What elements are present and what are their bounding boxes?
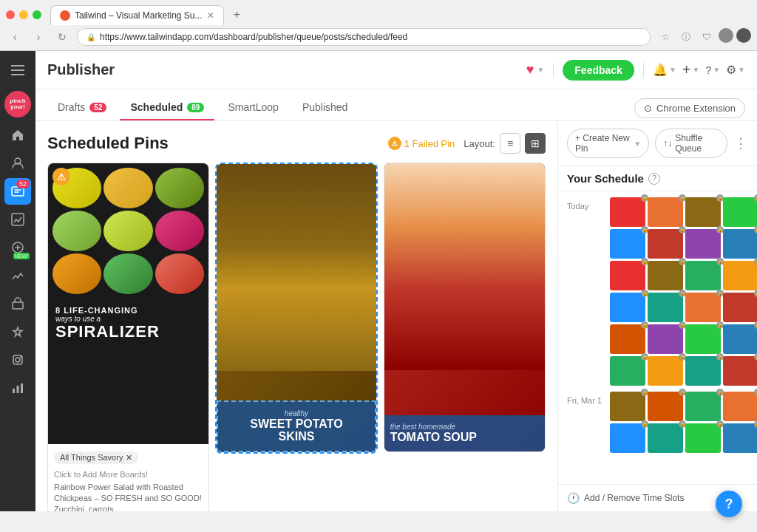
pin-card-tomato[interactable]: the best homemade TOMATO SOUP <box>384 163 546 452</box>
sched-pin-4[interactable]: 🔒 <box>723 197 757 227</box>
fri-pin-8[interactable]: 🔒 <box>723 423 757 453</box>
sidebar-item-analytics[interactable] <box>4 206 31 233</box>
forward-button[interactable]: › <box>30 28 47 46</box>
sched-pin-15[interactable]: 🔒 <box>685 293 721 322</box>
board-tag[interactable]: All Things Savory ✕ <box>54 451 138 464</box>
fri-pin-1[interactable]: 🔒 <box>610 392 645 421</box>
sched-thumb-13 <box>610 293 645 322</box>
sched-thumb-9 <box>610 261 645 290</box>
settings-dropdown-icon: ▼ <box>738 66 745 74</box>
more-options-button[interactable]: ⋮ <box>733 134 748 152</box>
sched-pin-12[interactable]: 🔒 <box>723 261 757 290</box>
sched-pin-10[interactable]: 🔒 <box>648 261 683 290</box>
fri-pin-4[interactable]: 🔒 <box>723 392 757 421</box>
sched-pin-16[interactable]: 🔒 <box>723 293 757 322</box>
sched-pin-20[interactable]: 🔒 <box>723 324 757 354</box>
sched-pin-7[interactable]: 🔒 <box>685 229 721 259</box>
close-tab-icon[interactable]: ✕ <box>207 10 214 21</box>
sched-pin-19[interactable]: 🔒 <box>685 324 721 354</box>
fri-pin-3[interactable]: 🔒 <box>685 392 721 421</box>
browser-tab[interactable]: Tailwind – Visual Marketing Su... ✕ <box>50 5 224 25</box>
sched-pin-21[interactable]: 🔒 <box>610 356 645 386</box>
reload-button[interactable]: ↻ <box>53 28 71 46</box>
sched-pin-11[interactable]: 🔒 <box>685 261 721 290</box>
close-window-button[interactable] <box>6 10 15 19</box>
create-pin-button[interactable]: + Create New Pin ▼ <box>567 129 649 158</box>
sidebar-item-store[interactable] <box>4 290 31 317</box>
fri-pin-6[interactable]: 🔒 <box>648 423 683 453</box>
notifications-button[interactable]: 🔔 ▼ <box>653 63 676 77</box>
sched-pin-13[interactable]: 🔒 <box>610 293 645 322</box>
heart-button[interactable]: ♥ ▼ <box>526 62 545 78</box>
hamburger-menu-button[interactable] <box>4 57 31 83</box>
tab-drafts[interactable]: Drafts 52 <box>47 95 117 120</box>
info-icon[interactable]: ⓘ <box>677 28 695 46</box>
sched-pin-8[interactable]: 🔒 <box>723 229 757 259</box>
tab-published[interactable]: Published <box>292 95 359 120</box>
schedule-scroll[interactable]: Today 🔒 🔒 <box>558 191 757 484</box>
sched-pin-3[interactable]: 🔒 <box>685 197 721 227</box>
chrome-extension-button[interactable]: ⊙ Chrome Extension <box>634 98 745 118</box>
lock-icon-f8: 🔒 <box>754 420 757 428</box>
profile-icon[interactable] <box>736 28 751 43</box>
lock-icon-12: 🔒 <box>754 258 757 265</box>
fri-pin-7[interactable]: 🔒 <box>685 423 721 453</box>
sidebar-item-instagram[interactable] <box>4 347 31 373</box>
add-content-button[interactable]: + ▼ <box>682 61 700 78</box>
sidebar-item-users[interactable] <box>4 150 31 177</box>
scheduled-badge: 89 <box>187 103 204 112</box>
sched-pin-9[interactable]: 🔒 <box>610 261 645 290</box>
sched-pin-24[interactable]: 🔒 <box>723 356 757 386</box>
shuffle-queue-button[interactable]: ↑↓ Shuffle Queue <box>655 129 727 158</box>
sched-pin-1[interactable]: 🔒 <box>610 197 645 227</box>
remove-board-icon[interactable]: ✕ <box>126 453 132 463</box>
sched-pin-17[interactable]: 🔒 <box>610 324 645 354</box>
grid-layout-button[interactable]: ⊞ <box>525 133 546 154</box>
sidebar-item-stats[interactable] <box>4 262 31 289</box>
list-layout-button[interactable]: ≡ <box>500 133 520 154</box>
sidebar-item-charts[interactable] <box>4 375 31 401</box>
back-button[interactable]: ‹ <box>6 28 24 46</box>
schedule-help-icon[interactable]: ? <box>648 173 660 185</box>
schedule-today-section: Today 🔒 🔒 <box>567 197 748 386</box>
sched-pin-22[interactable]: 🔒 <box>648 356 683 386</box>
minimize-window-button[interactable] <box>19 10 28 19</box>
bookmark-icon[interactable]: ☆ <box>656 28 674 46</box>
sched-thumb-3 <box>685 197 721 227</box>
sidebar-item-publisher[interactable]: 52 <box>4 178 31 205</box>
lock-icon-8: 🔒 <box>754 226 757 233</box>
sched-pin-2[interactable]: 🔒 <box>648 197 683 227</box>
schedule-day-fri: Fri, Mar 1 🔒 🔒 <box>567 392 748 453</box>
help-bubble-button[interactable]: ? <box>716 491 742 517</box>
feedback-button[interactable]: Feedback <box>563 60 634 81</box>
add-boards-button[interactable]: Click to Add More Boards! <box>54 470 203 479</box>
new-tab-button[interactable]: + <box>227 4 248 25</box>
sched-pin-23[interactable]: 🔒 <box>685 356 721 386</box>
sidebar-item-home[interactable] <box>4 122 31 149</box>
sched-pin-18[interactable]: 🔒 <box>648 324 683 354</box>
spir-img-6 <box>155 211 204 251</box>
sidebar-item-favorites[interactable] <box>4 318 31 345</box>
pin-card-sweet-potato[interactable]: healthy SWEET POTATOSKINS <box>215 163 377 454</box>
pin-card-spiralizer[interactable]: ⚠ <box>47 163 209 511</box>
url-bar[interactable]: 🔒 https://www.tailwindapp.com/dashboard/… <box>77 28 651 46</box>
help-button[interactable]: ? ▼ <box>705 64 720 76</box>
tab-scheduled[interactable]: Scheduled 89 <box>120 95 214 120</box>
fri-pin-2[interactable]: 🔒 <box>648 392 683 421</box>
sidebar-item-new[interactable]: NEW! <box>4 234 31 261</box>
user-avatar[interactable] <box>719 28 733 43</box>
app: pinchyour! 52 NEW! <box>0 51 757 511</box>
settings-button[interactable]: ⚙ ▼ <box>726 63 745 77</box>
tab-smartloop[interactable]: SmartLoop <box>217 95 288 120</box>
sched-thumb-23 <box>685 356 721 386</box>
today-row-4: 🔒 🔒 🔒 <box>610 293 757 322</box>
maximize-window-button[interactable] <box>33 10 41 19</box>
sched-pin-14[interactable]: 🔒 <box>648 293 683 322</box>
sched-pin-5[interactable]: 🔒 <box>610 229 645 259</box>
sched-pin-6[interactable]: 🔒 <box>648 229 683 259</box>
fri-pins-grid: 🔒 🔒 🔒 <box>610 392 757 453</box>
notif-dropdown-icon: ▼ <box>669 66 676 74</box>
shield-icon[interactable]: 🛡 <box>698 28 716 46</box>
fri-pin-5[interactable]: 🔒 <box>610 423 645 453</box>
failed-pin-badge[interactable]: ⚠ 1 Failed Pin <box>388 137 455 150</box>
